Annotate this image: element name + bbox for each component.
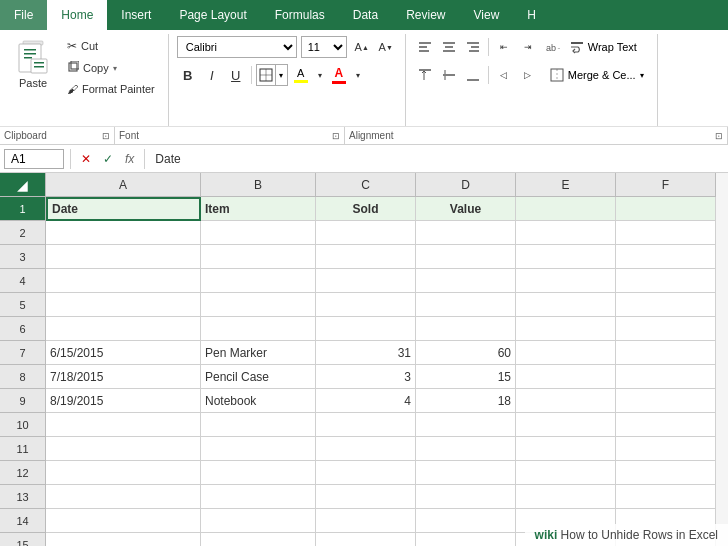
cell-10-D[interactable] [416,413,516,437]
row-number-9[interactable]: 9 [0,389,46,413]
row-number-8[interactable]: 8 [0,365,46,389]
row-number-12[interactable]: 12 [0,461,46,485]
row-number-4[interactable]: 4 [0,269,46,293]
cell-reference-box[interactable]: A1 [4,149,64,169]
cell-7-B[interactable]: Pen Marker [201,341,316,365]
cell-11-C[interactable] [316,437,416,461]
cell-2-E[interactable] [516,221,616,245]
row-number-5[interactable]: 5 [0,293,46,317]
cell-6-F[interactable] [616,317,716,341]
menu-page-layout[interactable]: Page Layout [165,0,260,30]
text-direction-button[interactable]: ab→ [541,36,563,58]
cell-2-C[interactable] [316,221,416,245]
col-header-e[interactable]: E [516,173,616,197]
cell-14-C[interactable] [316,509,416,533]
cell-1-A[interactable]: Date [46,197,201,221]
cell-9-E[interactable] [516,389,616,413]
format-painter-button[interactable]: 🖌 Format Painter [62,80,160,98]
row-number-13[interactable]: 13 [0,485,46,509]
row-number-11[interactable]: 11 [0,437,46,461]
cell-3-F[interactable] [616,245,716,269]
cell-11-B[interactable] [201,437,316,461]
font-family-select[interactable]: Calibri [177,36,297,58]
valign-middle-button[interactable] [438,64,460,86]
cell-1-F[interactable] [616,197,716,221]
cell-5-B[interactable] [201,293,316,317]
cell-14-D[interactable] [416,509,516,533]
align-top-right-button[interactable] [462,36,484,58]
cell-3-A[interactable] [46,245,201,269]
cell-6-C[interactable] [316,317,416,341]
cell-1-C[interactable]: Sold [316,197,416,221]
cell-6-A[interactable] [46,317,201,341]
border-button[interactable] [257,65,275,85]
cell-2-F[interactable] [616,221,716,245]
menu-view[interactable]: View [460,0,514,30]
cell-6-E[interactable] [516,317,616,341]
cell-3-D[interactable] [416,245,516,269]
font-expander-icon[interactable]: ⊡ [332,131,340,141]
cell-7-D[interactable]: 60 [416,341,516,365]
row-number-1[interactable]: 1 [0,197,46,221]
menu-formulas[interactable]: Formulas [261,0,339,30]
cell-3-E[interactable] [516,245,616,269]
row-number-10[interactable]: 10 [0,413,46,437]
alignment-expander-icon[interactable]: ⊡ [715,131,723,141]
cell-7-F[interactable] [616,341,716,365]
indent-decrease-button[interactable]: ⇤ [493,36,515,58]
cell-1-B[interactable]: Item [201,197,316,221]
menu-review[interactable]: Review [392,0,459,30]
menu-file[interactable]: File [0,0,47,30]
cell-11-E[interactable] [516,437,616,461]
font-size-select[interactable]: 11 [301,36,347,58]
cell-8-D[interactable]: 15 [416,365,516,389]
cell-1-D[interactable]: Value [416,197,516,221]
row-number-14[interactable]: 14 [0,509,46,533]
cell-4-B[interactable] [201,269,316,293]
cell-5-F[interactable] [616,293,716,317]
cell-14-A[interactable] [46,509,201,533]
cell-13-C[interactable] [316,485,416,509]
cell-15-C[interactable] [316,533,416,546]
confirm-formula-button[interactable]: ✓ [99,150,117,168]
col-header-d[interactable]: D [416,173,516,197]
cell-7-E[interactable] [516,341,616,365]
cell-12-C[interactable] [316,461,416,485]
cell-1-E[interactable] [516,197,616,221]
align-top-center-button[interactable] [438,36,460,58]
row-number-3[interactable]: 3 [0,245,46,269]
cell-5-C[interactable] [316,293,416,317]
cell-11-D[interactable] [416,437,516,461]
cell-10-F[interactable] [616,413,716,437]
cell-5-A[interactable] [46,293,201,317]
select-all-button[interactable]: ◢ [0,173,46,197]
cell-12-D[interactable] [416,461,516,485]
col-header-b[interactable]: B [201,173,316,197]
cell-8-F[interactable] [616,365,716,389]
col-header-f[interactable]: F [616,173,716,197]
copy-button[interactable]: Copy ▾ [62,58,160,78]
cell-11-F[interactable] [616,437,716,461]
cut-button[interactable]: ✂ Cut [62,36,160,56]
cell-15-D[interactable] [416,533,516,546]
cell-2-D[interactable] [416,221,516,245]
menu-home[interactable]: Home [47,0,107,30]
cell-10-E[interactable] [516,413,616,437]
cell-8-E[interactable] [516,365,616,389]
cell-9-B[interactable]: Notebook [201,389,316,413]
fill-color-button[interactable]: A [290,64,312,86]
merge-cells-button[interactable]: Merge & Ce... ▾ [545,65,649,85]
cell-4-F[interactable] [616,269,716,293]
cell-2-B[interactable] [201,221,316,245]
menu-insert[interactable]: Insert [107,0,165,30]
function-button[interactable]: fx [121,152,138,166]
cell-13-B[interactable] [201,485,316,509]
cell-13-F[interactable] [616,485,716,509]
cell-12-F[interactable] [616,461,716,485]
font-color-button[interactable]: A [328,64,350,86]
valign-bottom-button[interactable] [462,64,484,86]
font-color-dropdown[interactable]: ▾ [352,64,364,86]
cell-8-B[interactable]: Pencil Case [201,365,316,389]
row-number-2[interactable]: 2 [0,221,46,245]
cell-9-F[interactable] [616,389,716,413]
